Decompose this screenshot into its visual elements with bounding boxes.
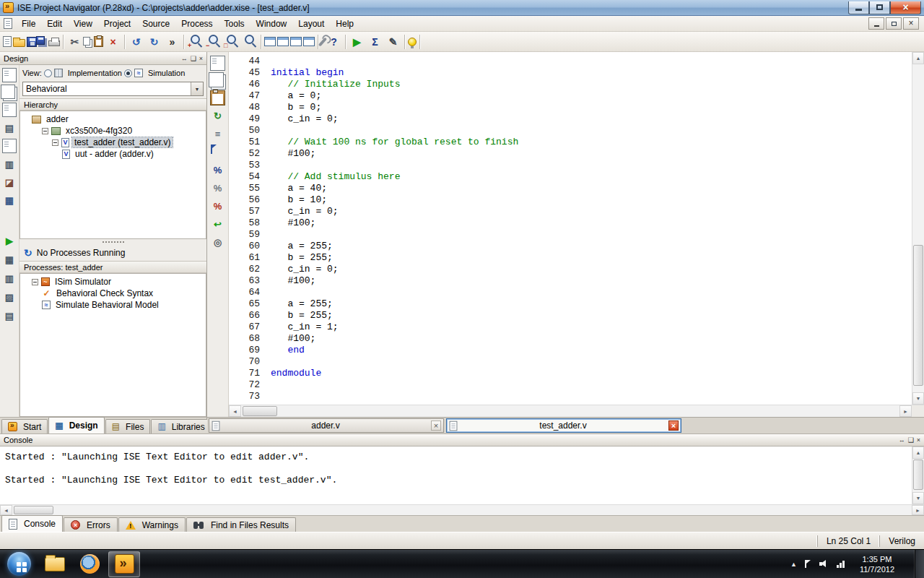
toolbar-overflow-icon[interactable]: »	[164, 33, 180, 50]
document-tab[interactable]: adder.v	[209, 418, 444, 433]
scroll-left-icon[interactable]	[0, 505, 12, 515]
console-horizontal-scrollbar[interactable]	[0, 504, 924, 515]
copy-icon[interactable]	[83, 37, 90, 46]
run-icon[interactable]: ▶	[349, 33, 365, 50]
tree-item[interactable]: ISim Simulator	[32, 276, 206, 288]
ise-taskbar-button[interactable]	[108, 551, 140, 577]
explorer-taskbar-button[interactable]	[39, 551, 71, 577]
delete-icon[interactable]: ×	[105, 33, 121, 50]
collapse-expander-icon[interactable]	[52, 139, 58, 146]
show-desktop-button[interactable]	[915, 550, 924, 578]
close-tab-icon[interactable]	[668, 420, 679, 431]
bookmark-icon[interactable]	[210, 144, 225, 160]
editor-vertical-scrollbar[interactable]	[912, 52, 924, 405]
new-window-icon[interactable]	[264, 37, 276, 46]
sources-panel-icon[interactable]	[2, 68, 17, 82]
action-center-icon[interactable]	[805, 560, 811, 568]
collapse-expander-icon[interactable]	[42, 128, 48, 134]
close-panel-icon[interactable]: ×	[199, 55, 203, 62]
menu-item[interactable]: File	[16, 17, 41, 31]
zoom-region-icon[interactable]	[241, 33, 258, 50]
options-panel-icon[interactable]: ▦	[2, 193, 17, 207]
menu-item[interactable]: Process	[175, 17, 218, 31]
console-tab[interactable]: Errors	[64, 517, 118, 532]
close-tab-icon[interactable]	[431, 420, 441, 431]
document-tab[interactable]: test_adder.v	[446, 418, 681, 433]
comment-icon[interactable]: %	[210, 163, 225, 178]
tile-vertical-icon[interactable]	[303, 37, 315, 46]
view-option[interactable]: Implementation	[44, 69, 122, 77]
scroll-down-icon[interactable]	[912, 392, 924, 405]
scroll-right-icon[interactable]	[899, 405, 912, 417]
processes-view-icon[interactable]: ▦	[2, 252, 17, 267]
files-panel-icon[interactable]	[1, 85, 15, 99]
menu-item[interactable]: Window	[250, 17, 293, 31]
undock-console-icon[interactable]: ↔	[899, 436, 905, 444]
radio-button[interactable]	[44, 69, 52, 77]
undo-icon[interactable]: ↺	[128, 33, 144, 50]
code-editor[interactable]: 44 45 initial begin 46 // Initialize Inp…	[229, 52, 912, 405]
panel-tab[interactable]: Start	[1, 419, 48, 434]
process-report-icon[interactable]: ▤	[2, 309, 17, 323]
panel-tab[interactable]: Files	[105, 419, 151, 434]
view-option[interactable]: Simulation	[124, 69, 185, 77]
mdi-minimize-button[interactable]	[868, 17, 884, 30]
panel-tab[interactable]: Design	[48, 417, 104, 434]
minimize-button[interactable]	[848, 1, 869, 14]
open-icon[interactable]	[13, 39, 25, 47]
float-console-icon[interactable]: ❑	[908, 436, 914, 444]
undock-panel-icon[interactable]: ↔	[181, 55, 188, 62]
firefox-taskbar-button[interactable]	[74, 551, 105, 577]
tree-item[interactable]: test_adder (test_adder.v)	[32, 137, 206, 148]
line-wrap-icon[interactable]: ≡	[210, 126, 225, 142]
paste-icon[interactable]	[94, 36, 103, 47]
remove-comment-icon[interactable]: %	[210, 199, 225, 214]
menu-item[interactable]: View	[68, 17, 98, 31]
editor-horizontal-scrollbar[interactable]	[229, 405, 924, 417]
console-tab[interactable]: Console	[1, 515, 63, 532]
process-hierarchy-icon[interactable]: ▥	[2, 271, 17, 285]
float-panel-icon[interactable]: ❑	[191, 55, 196, 62]
menu-item[interactable]: Edit	[41, 17, 68, 31]
save-icon[interactable]	[27, 37, 37, 47]
console-tab[interactable]: Find in Files Results	[186, 517, 296, 532]
editor-page-icon[interactable]	[210, 56, 225, 71]
view-dropdown[interactable]: Behavioral	[22, 82, 204, 96]
refresh-icon[interactable]	[24, 248, 32, 258]
maximize-button[interactable]	[869, 1, 890, 14]
panel-tab[interactable]: Libraries	[151, 419, 211, 434]
snapshots-panel-icon[interactable]	[2, 103, 17, 117]
editor-copy-icon[interactable]	[209, 72, 224, 87]
start-button[interactable]	[0, 550, 38, 578]
goto-line-icon[interactable]: ◎	[210, 235, 225, 250]
scroll-right-icon[interactable]	[912, 505, 924, 515]
new-document-icon[interactable]	[3, 36, 12, 47]
menu-item[interactable]: Tools	[219, 17, 250, 31]
show-hidden-icons-chevron[interactable]	[790, 561, 797, 568]
cascade-windows-icon[interactable]	[277, 37, 289, 46]
tree-item[interactable]: uut - adder (adder.v)	[32, 148, 206, 160]
menu-item[interactable]: Source	[136, 17, 175, 31]
scroll-down-icon[interactable]	[912, 492, 924, 504]
taskbar-clock[interactable]: 1:35 PM 11/7/2012	[853, 554, 901, 574]
scroll-up-icon[interactable]	[912, 52, 924, 64]
lightbulb-icon[interactable]	[408, 38, 417, 46]
design-properties-icon[interactable]: ◪	[2, 175, 17, 189]
console-tab[interactable]: Warnings	[118, 517, 186, 532]
context-help-icon[interactable]: ?	[326, 33, 342, 50]
editor-paste-icon[interactable]	[210, 90, 225, 105]
tree-item[interactable]: Simulate Behavioral Model	[32, 299, 206, 311]
radio-button[interactable]	[124, 69, 132, 77]
collapse-expander-icon[interactable]	[32, 279, 38, 285]
go-back-icon[interactable]: ↩	[210, 217, 225, 232]
volume-icon[interactable]	[819, 560, 829, 568]
process-flow-icon[interactable]: ▨	[2, 290, 17, 304]
scrollbar-thumb[interactable]	[14, 506, 53, 514]
uncomment-icon[interactable]: %	[210, 181, 225, 196]
menu-item[interactable]: Layout	[292, 17, 330, 31]
network-icon[interactable]	[837, 561, 845, 568]
reports-panel-icon[interactable]: ▥	[2, 157, 17, 171]
design-summary-icon[interactable]	[2, 139, 17, 153]
zoom-out-icon[interactable]: −	[205, 33, 222, 50]
sum-icon[interactable]: Σ	[367, 33, 383, 50]
